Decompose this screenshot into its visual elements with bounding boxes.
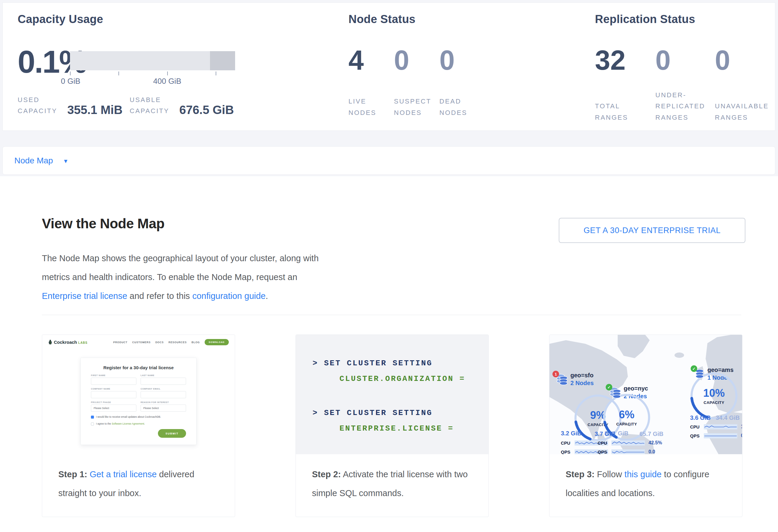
intro-text-3: . bbox=[265, 291, 268, 301]
suspect-nodes-label: SUSPECT NODES bbox=[394, 96, 434, 118]
first-name-field bbox=[91, 378, 136, 385]
qps-sparkline bbox=[611, 449, 645, 455]
company-name-field bbox=[91, 391, 136, 398]
capacity-usage-section: Capacity Usage 0.1% 0 GiB 400 GiB USED C… bbox=[18, 3, 251, 131]
capacity-bar: 0 GiB 400 GiB bbox=[70, 51, 235, 86]
trial-site-screenshot: Cockroach LABS PRODUCT CUSTOMERS DOCS RE… bbox=[42, 335, 235, 454]
nav-docs: DOCS bbox=[155, 341, 164, 344]
last-name-field bbox=[141, 378, 186, 385]
intro-text-2: and refer to this bbox=[127, 291, 192, 301]
dead-nodes-label: DEAD NODES bbox=[440, 96, 479, 118]
used-gib: 3.7 GiB bbox=[595, 431, 615, 438]
replication-status-section: Replication Status 32 0 0 TOTAL RANGES U… bbox=[595, 3, 778, 131]
project-phase-label: PROJECT PHASE bbox=[91, 401, 136, 403]
used-gib: 3.6 GiB bbox=[690, 414, 711, 421]
locality-name: geo=sfo bbox=[570, 372, 594, 379]
step2-label: Step 2: bbox=[312, 469, 341, 479]
reason-label: REASON FOR INTEREST bbox=[141, 401, 186, 403]
qps-label: QPS bbox=[690, 433, 704, 438]
sql-line-3: > SET CLUSTER SETTING bbox=[296, 408, 488, 417]
replication-labels: TOTAL RANGES UNDER-REPLICATED RANGES UNA… bbox=[595, 89, 774, 118]
nav-blog: BLOG bbox=[191, 341, 200, 344]
axis-label-0gib: 0 GiB bbox=[61, 77, 80, 86]
node-status-section: Node Status 4 0 0 LIVE NODES SUSPECT NOD… bbox=[348, 3, 504, 131]
submit-button: SUBMIT bbox=[158, 429, 186, 438]
intro-text-1: The Node Map shows the geographical layo… bbox=[42, 253, 319, 282]
capacity-percent: 10% bbox=[703, 387, 725, 399]
sql-commands-illustration: > SET CLUSTER SETTING CLUSTER.ORGANIZATI… bbox=[296, 335, 488, 454]
step3-card: 1 geo=sfo 2 Nodes bbox=[549, 334, 743, 517]
usable-capacity-label: USABLE CAPACITY bbox=[130, 94, 175, 117]
section-divider bbox=[42, 315, 741, 315]
last-name-label: LAST NAME bbox=[141, 374, 186, 376]
cluster-summary-panel: Capacity Usage 0.1% 0 GiB 400 GiB USED C… bbox=[2, 2, 775, 131]
error-badge-icon: 1 bbox=[552, 371, 559, 377]
logo-text-secondary: LABS bbox=[78, 341, 88, 345]
node-status-labels: LIVE NODES SUSPECT NODES DEAD NODES bbox=[348, 89, 485, 118]
qps-label: QPS bbox=[561, 449, 574, 455]
cockroach-bug-icon bbox=[48, 339, 52, 345]
live-nodes-label: LIVE NODES bbox=[348, 96, 388, 118]
used-capacity-stat: USED CAPACITY 355.1 MiB bbox=[18, 94, 123, 117]
first-name-label: FIRST NAME bbox=[91, 374, 136, 376]
company-name-label: COMPANY NAME bbox=[91, 388, 136, 390]
nodemap-selector-label[interactable]: Node Map bbox=[14, 156, 53, 165]
healthy-badge-icon: ✓ bbox=[606, 384, 612, 390]
nodemap-view-selector[interactable]: Node Map ▼ bbox=[2, 146, 775, 175]
under-replicated-ranges-value: 0 bbox=[655, 47, 715, 74]
this-guide-link[interactable]: this guide bbox=[625, 469, 662, 479]
used-gib: 3.2 GiB bbox=[561, 430, 581, 437]
step1-card: Cockroach LABS PRODUCT CUSTOMERS DOCS RE… bbox=[42, 334, 235, 517]
capacity-usage-title: Capacity Usage bbox=[18, 13, 103, 26]
nodemap-placeholder-panel: View the Node Map GET A 30-DAY ENTERPRIS… bbox=[0, 176, 778, 532]
chevron-down-icon[interactable]: ▼ bbox=[63, 158, 69, 165]
agreement-text: I agree to the bbox=[96, 422, 111, 425]
nav-resources: RESOURCES bbox=[168, 341, 187, 344]
checkbox-empty-icon bbox=[91, 423, 94, 426]
step3-label: Step 3: bbox=[566, 469, 595, 479]
capacity-bar-unusable-segment bbox=[210, 51, 235, 70]
capacity-axis-labels: 0 GiB 400 GiB bbox=[70, 77, 235, 86]
capacity-caption: CAPACITY bbox=[616, 422, 637, 427]
nodemap-preview: 1 geo=sfo 2 Nodes bbox=[549, 335, 742, 454]
qps-value: 0.0 bbox=[648, 449, 655, 454]
sql-line-1: > SET CLUSTER SETTING bbox=[296, 359, 488, 368]
step2-caption: Step 2: Activate the trial license with … bbox=[296, 454, 488, 503]
cpu-label: CPU bbox=[598, 441, 611, 446]
map-node-nyc: ✓ geo=nyc 2 Nodes bbox=[605, 376, 680, 454]
nav-product: PRODUCT bbox=[113, 341, 128, 344]
configuration-guide-link[interactable]: configuration guide bbox=[192, 291, 265, 301]
total-gib: 34.4 GiB bbox=[716, 414, 740, 421]
sql-line-4: ENTERPRISE.LICENSE = bbox=[296, 424, 488, 433]
cpu-value: 42.5% bbox=[648, 440, 662, 446]
node-count: 2 Nodes bbox=[570, 380, 594, 387]
node-status-values: 4 0 0 bbox=[348, 47, 485, 74]
axis-label-400gib: 400 GiB bbox=[153, 77, 181, 86]
unavailable-ranges-value: 0 bbox=[715, 47, 774, 74]
cpu-sparkline bbox=[611, 441, 645, 446]
sql-line-2: CLUSTER.ORGANIZATION = bbox=[296, 374, 488, 383]
capacity-percent: 6% bbox=[619, 408, 634, 421]
get-trial-license-link[interactable]: Get a trial license bbox=[90, 469, 157, 479]
usable-capacity-stat: USABLE CAPACITY 676.5 GiB bbox=[130, 94, 234, 117]
usable-capacity-value: 676.5 GiB bbox=[179, 103, 234, 117]
total-gib: 65.7 GiB bbox=[639, 431, 664, 438]
enterprise-trial-button[interactable]: GET A 30-DAY ENTERPRISE TRIAL bbox=[559, 218, 746, 243]
nav-customers: CUSTOMERS bbox=[132, 341, 150, 344]
reason-select: Please Select bbox=[141, 404, 186, 412]
email-updates-checkbox-row: I would like to receive email updates ab… bbox=[91, 415, 186, 419]
under-replicated-ranges-label: UNDER-REPLICATED RANGES bbox=[655, 89, 710, 123]
replication-status-title: Replication Status bbox=[595, 13, 695, 26]
cpu-sparkline bbox=[704, 424, 737, 429]
cpu-label: CPU bbox=[690, 424, 704, 429]
enterprise-trial-license-link[interactable]: Enterprise trial license bbox=[42, 291, 127, 301]
qps-value: 0.0 bbox=[741, 433, 742, 438]
license-agreement-checkbox-row: I agree to the Software License Agreemen… bbox=[91, 422, 186, 426]
healthy-badge-icon: ✓ bbox=[691, 365, 697, 372]
used-capacity-value: 355.1 MiB bbox=[67, 103, 123, 117]
replication-values: 32 0 0 bbox=[595, 47, 774, 74]
capacity-bar-track bbox=[70, 51, 235, 70]
dead-nodes-value: 0 bbox=[440, 47, 485, 74]
project-phase-select: Please Select bbox=[91, 404, 136, 412]
suspect-nodes-value: 0 bbox=[394, 47, 440, 74]
